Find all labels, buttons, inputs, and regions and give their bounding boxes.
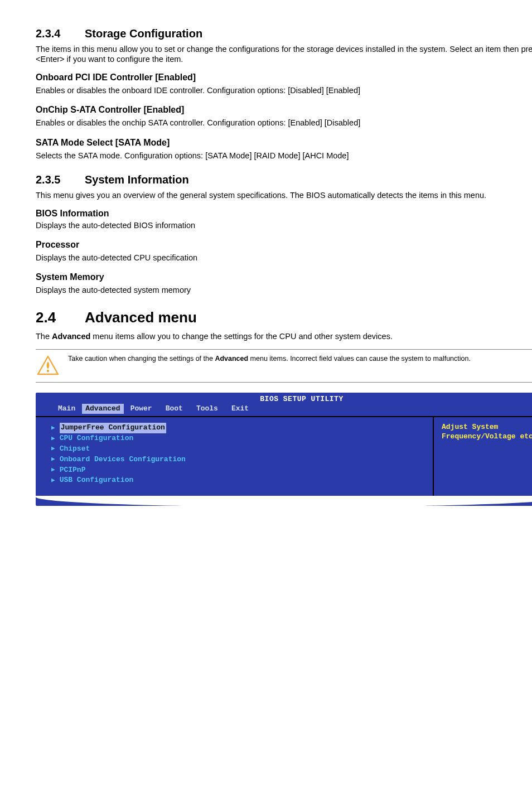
bios-menu-exit[interactable]: Exit xyxy=(225,404,255,414)
bios-submenu-list: ▶JumperFree Configuration ▶CPU Configura… xyxy=(36,417,434,506)
text: menu items allow you to change the setti… xyxy=(90,332,393,341)
intro-text: The items in this menu allow you to set … xyxy=(36,45,532,64)
bios-item-label: Chipset xyxy=(60,444,90,455)
triangle-right-icon: ▶ xyxy=(51,434,55,443)
text-bold: Advanced xyxy=(52,332,90,341)
heading-2-3-4: 2.3.4Storage Configuration xyxy=(36,27,532,41)
sub-body: Enables or disables the onchip SATA cont… xyxy=(36,118,532,128)
text: The xyxy=(36,332,52,341)
bios-menu-power[interactable]: Power xyxy=(124,404,159,414)
bios-item-label: JumperFree Configuration xyxy=(60,423,166,433)
heading-title: Storage Configuration xyxy=(85,27,202,40)
bios-menu-advanced[interactable]: Advanced xyxy=(82,404,123,414)
section-intro: This menu gives you an overview of the g… xyxy=(36,190,532,200)
section-intro: The Advanced menu items allow you to cha… xyxy=(36,331,532,341)
triangle-right-icon: ▶ xyxy=(51,466,55,475)
sub-body: Displays the auto-detected system memory xyxy=(36,285,532,295)
sub-heading-onchip-sata: OnChip S-ATA Controller [Enabled] xyxy=(36,104,532,115)
triangle-right-icon: ▶ xyxy=(51,424,55,433)
sub-body: Displays the auto-detected BIOS informat… xyxy=(36,220,532,230)
svg-point-2 xyxy=(47,370,49,372)
caution-icon xyxy=(36,354,60,376)
bios-item-label: Onboard Devices Configuration xyxy=(60,455,186,465)
sub-heading-bios-info: BIOS Information xyxy=(36,208,532,219)
triangle-right-icon: ▶ xyxy=(51,455,55,464)
heading-number: 2.4 xyxy=(36,308,85,327)
bios-item-label: CPU Configuration xyxy=(60,433,134,444)
sub-body: Displays the auto-detected CPU specifica… xyxy=(36,253,532,263)
bios-menu-tools[interactable]: Tools xyxy=(190,404,225,414)
bios-item-onboard-devices[interactable]: ▶Onboard Devices Configuration xyxy=(51,455,426,465)
bios-item-usb-config[interactable]: ▶USB Configuration xyxy=(51,475,426,486)
heading-2-4: 2.4Advanced menu xyxy=(36,308,532,327)
bios-item-label: PCIPnP xyxy=(60,465,86,476)
bios-menubar: Main Advanced Power Boot Tools Exit xyxy=(36,404,532,416)
bios-help-line: Frequency/Voltage etc. xyxy=(442,432,532,441)
bios-screenshot: BIOS SETUP UTILITY Main Advanced Power B… xyxy=(36,393,532,506)
sub-heading-system-memory: System Memory xyxy=(36,272,532,283)
sub-heading-sata-mode: SATA Mode Select [SATA Mode] xyxy=(36,137,532,148)
heading-number: 2.3.4 xyxy=(36,27,85,41)
bios-menu-main[interactable]: Main xyxy=(51,404,82,414)
bios-help-pane: Adjust System Frequency/Voltage etc. xyxy=(434,417,532,506)
caution-text: Take caution when changing the settings … xyxy=(68,354,471,364)
bios-item-cpu-config[interactable]: ▶CPU Configuration xyxy=(51,433,426,444)
heading-2-3-5: 2.3.5System Information xyxy=(36,173,532,187)
heading-title: System Information xyxy=(85,173,189,186)
svg-point-1 xyxy=(47,362,50,369)
sub-heading-processor: Processor xyxy=(36,239,532,250)
bios-menu-boot[interactable]: Boot xyxy=(159,404,190,414)
bios-title: BIOS SETUP UTILITY xyxy=(36,393,532,404)
sub-body: Enables or disables the onboard IDE cont… xyxy=(36,85,532,95)
bios-item-jumperfree[interactable]: ▶JumperFree Configuration xyxy=(51,423,426,433)
heading-number: 2.3.5 xyxy=(36,173,85,187)
section-intro: The items in this menu allow you to set … xyxy=(36,44,532,64)
triangle-right-icon: ▶ xyxy=(51,445,55,453)
text-bold: Advanced xyxy=(215,355,248,363)
sub-body: Selects the SATA mode. Configuration opt… xyxy=(36,151,532,161)
bios-item-pcipnp[interactable]: ▶PCIPnP xyxy=(51,465,426,476)
bios-item-chipset[interactable]: ▶Chipset xyxy=(51,444,426,455)
sub-heading-onboard-pci-ide: Onboard PCI IDE Controller [Enabled] xyxy=(36,72,532,83)
text: menu items. Incorrect field values can c… xyxy=(248,355,471,363)
bios-help-line: Adjust System xyxy=(442,423,532,432)
heading-title: Advanced menu xyxy=(85,309,197,326)
triangle-right-icon: ▶ xyxy=(51,476,55,485)
caution-callout: Take caution when changing the settings … xyxy=(36,349,532,383)
bios-item-label: USB Configuration xyxy=(60,475,134,486)
text: Take caution when changing the settings … xyxy=(68,355,215,363)
